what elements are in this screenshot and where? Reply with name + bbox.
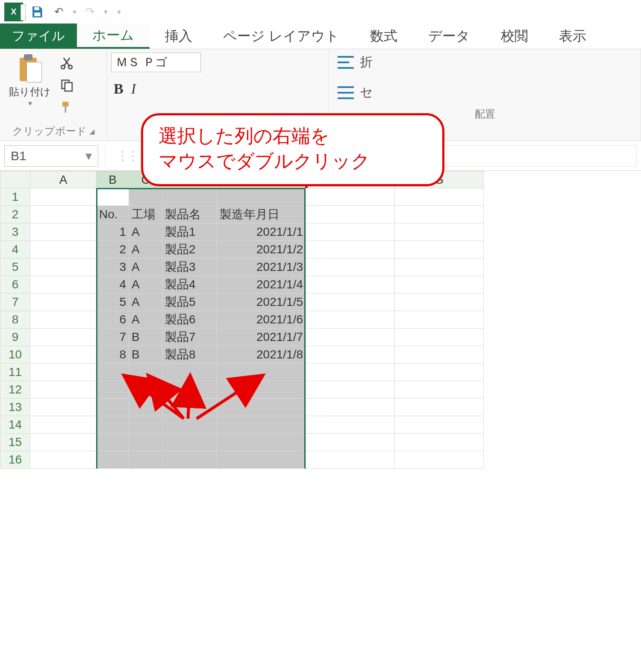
row-header[interactable]: 16 <box>0 451 30 469</box>
row-header[interactable]: 15 <box>0 434 30 451</box>
row-header[interactable]: 3 <box>0 223 30 241</box>
grid-row[interactable]: 86A製品62021/1/6 <box>0 311 484 329</box>
cell[interactable] <box>306 399 395 416</box>
cell[interactable] <box>395 434 484 451</box>
cell[interactable] <box>306 206 395 223</box>
cell[interactable] <box>306 329 395 346</box>
cell-selected[interactable]: 8 <box>97 346 129 364</box>
select-all-corner[interactable] <box>0 171 30 188</box>
cell[interactable] <box>30 223 97 241</box>
grid-row[interactable]: 31A製品12021/1/1 <box>0 223 484 241</box>
cell[interactable] <box>306 451 395 469</box>
cell-selected[interactable]: A <box>129 276 162 293</box>
cell-selected[interactable] <box>129 364 162 381</box>
tab-file[interactable]: ファイル <box>0 23 77 49</box>
row-header[interactable]: 6 <box>0 276 30 293</box>
cell-selected[interactable] <box>129 434 162 451</box>
cell[interactable] <box>306 276 395 293</box>
cell[interactable] <box>395 311 484 329</box>
cell-selected[interactable]: 1 <box>97 223 129 241</box>
tab-review[interactable]: 校閲 <box>485 23 544 49</box>
cell-selected[interactable]: 製品2 <box>162 241 217 258</box>
cell[interactable] <box>395 381 484 399</box>
cell-selected[interactable] <box>97 188 129 206</box>
cell-selected[interactable]: No. <box>97 206 129 223</box>
row-header[interactable]: 12 <box>0 381 30 399</box>
grid-row[interactable]: 15 <box>0 434 484 451</box>
cell-selected[interactable] <box>97 381 129 399</box>
cell[interactable] <box>30 346 97 364</box>
cell[interactable] <box>395 223 484 241</box>
cell-selected[interactable] <box>97 399 129 416</box>
cell-selected[interactable] <box>97 434 129 451</box>
cell-selected[interactable] <box>162 381 217 399</box>
cell[interactable] <box>395 364 484 381</box>
cell-selected[interactable] <box>97 364 129 381</box>
cell-selected[interactable] <box>217 434 306 451</box>
cell-selected[interactable] <box>162 434 217 451</box>
row-header[interactable]: 2 <box>0 206 30 223</box>
cell-selected[interactable]: 製品4 <box>162 276 217 293</box>
cell-selected[interactable]: A <box>129 293 162 311</box>
row-header[interactable]: 10 <box>0 346 30 364</box>
tab-insert[interactable]: 挿入 <box>150 23 208 49</box>
cell-selected[interactable] <box>162 188 217 206</box>
cell[interactable] <box>30 188 97 206</box>
cell[interactable] <box>30 399 97 416</box>
cell-selected[interactable]: A <box>129 241 162 258</box>
cell[interactable] <box>395 329 484 346</box>
grid-row[interactable]: 53A製品32021/1/3 <box>0 258 484 276</box>
cell-selected[interactable]: 2021/1/7 <box>217 329 306 346</box>
cell[interactable] <box>395 346 484 364</box>
formula-bar-expand[interactable]: ⋮⋮ <box>117 149 137 163</box>
cell-selected[interactable]: 2021/1/4 <box>217 276 306 293</box>
cell-selected[interactable]: 7 <box>97 329 129 346</box>
cell-selected[interactable]: 3 <box>97 258 129 276</box>
cell-selected[interactable]: 製品1 <box>162 223 217 241</box>
cell[interactable] <box>30 434 97 451</box>
cell[interactable] <box>306 311 395 329</box>
cell[interactable] <box>395 293 484 311</box>
cell-selected[interactable] <box>97 451 129 469</box>
grid-row[interactable]: 108B製品82021/1/8 <box>0 346 484 364</box>
cell-selected[interactable] <box>162 451 217 469</box>
grid-row[interactable]: 16 <box>0 451 484 469</box>
cell[interactable] <box>30 381 97 399</box>
cell[interactable] <box>306 434 395 451</box>
tab-home[interactable]: ホーム <box>77 23 150 49</box>
grid-row[interactable]: 11 <box>0 364 484 381</box>
cell-selected[interactable]: A <box>129 258 162 276</box>
cell[interactable] <box>30 364 97 381</box>
cell-selected[interactable]: 2021/1/8 <box>217 346 306 364</box>
cell[interactable] <box>30 329 97 346</box>
grid-row[interactable]: 42A製品22021/1/2 <box>0 241 484 258</box>
cell[interactable] <box>306 188 395 206</box>
name-box[interactable]: B1▾ <box>4 145 98 167</box>
bold-button[interactable]: B <box>114 81 123 97</box>
cell-selected[interactable] <box>217 451 306 469</box>
cell-selected[interactable]: 2021/1/3 <box>217 258 306 276</box>
cell[interactable] <box>306 258 395 276</box>
paste-button[interactable]: 貼り付け <box>9 85 51 99</box>
cell-selected[interactable]: 製品7 <box>162 329 217 346</box>
cell-selected[interactable]: 6 <box>97 311 129 329</box>
cell[interactable] <box>395 206 484 223</box>
cell-selected[interactable] <box>217 416 306 434</box>
cell[interactable] <box>306 346 395 364</box>
cell-selected[interactable]: 製品6 <box>162 311 217 329</box>
grid-row[interactable]: 12 <box>0 381 484 399</box>
paste-icon[interactable] <box>17 54 43 84</box>
grid[interactable]: A B C D E F G 12No.工場製品名製造年月日31A製品12021/… <box>0 171 484 469</box>
merge-center-button[interactable]: セ <box>338 84 632 101</box>
tab-page-layout[interactable]: ページ レイアウト <box>208 23 355 49</box>
col-header-a[interactable]: A <box>30 171 97 188</box>
grid-row[interactable]: 2No.工場製品名製造年月日 <box>0 206 484 223</box>
grid-row[interactable]: 13 <box>0 399 484 416</box>
cell[interactable] <box>306 381 395 399</box>
cell[interactable] <box>395 416 484 434</box>
cell-selected[interactable] <box>162 364 217 381</box>
copy-button[interactable] <box>57 76 76 94</box>
cell-selected[interactable] <box>217 188 306 206</box>
cell[interactable] <box>30 293 97 311</box>
cell[interactable] <box>306 416 395 434</box>
